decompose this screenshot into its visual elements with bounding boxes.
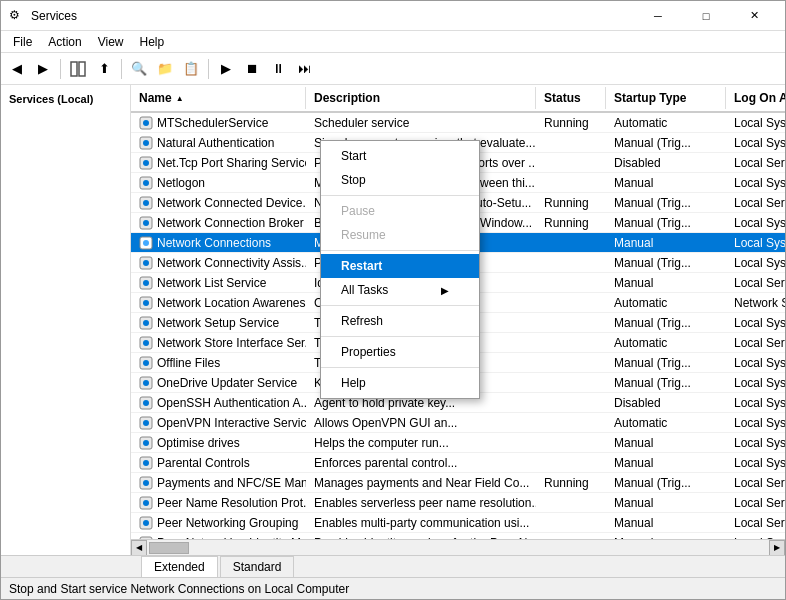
table-row[interactable]: MTSchedulerService Scheduler service Run… (131, 113, 785, 133)
cell-startup: Manual (Trig... (606, 194, 726, 212)
context-menu-separator (321, 367, 479, 368)
toolbar-separator-2 (121, 59, 122, 79)
cell-status (536, 301, 606, 305)
service-icon (139, 416, 153, 430)
cell-status (536, 321, 606, 325)
toolbar-separator-1 (60, 59, 61, 79)
cell-logon: Local Servic (726, 334, 785, 352)
menu-help[interactable]: Help (132, 33, 173, 51)
cell-desc: Enforces parental control... (306, 454, 536, 472)
submenu-arrow: ▶ (441, 285, 449, 296)
cell-logon: Local Servic (726, 474, 785, 492)
cell-status (536, 241, 606, 245)
cell-name: Network Connection Broker (131, 214, 306, 232)
col-name[interactable]: Name ▲ (131, 87, 306, 109)
scroll-right-button[interactable]: ▶ (769, 540, 785, 556)
cell-logon: Local Syste. (726, 114, 785, 132)
cell-startup: Manual (606, 174, 726, 192)
status-bar: Stop and Start service Network Connectio… (1, 577, 785, 599)
cell-status (536, 421, 606, 425)
table-row[interactable]: Peer Name Resolution Prot... Enables ser… (131, 493, 785, 513)
restart-service-button[interactable]: ⏭ (292, 57, 316, 81)
up-button[interactable]: ⬆ (92, 57, 116, 81)
tab-extended[interactable]: Extended (141, 556, 218, 578)
context-menu-item-stop[interactable]: Stop (321, 168, 479, 192)
cell-startup: Disabled (606, 394, 726, 412)
stop-service-button[interactable]: ⏹ (240, 57, 264, 81)
svg-point-41 (143, 500, 149, 506)
cell-startup: Manual (606, 274, 726, 292)
tab-standard[interactable]: Standard (220, 556, 295, 577)
service-icon (139, 296, 153, 310)
cell-logon: Local Syste. (726, 374, 785, 392)
svg-point-21 (143, 300, 149, 306)
table-row[interactable]: Optimise drives Helps the computer run..… (131, 433, 785, 453)
show-hide-button[interactable] (66, 57, 90, 81)
context-menu-item-start[interactable]: Start (321, 144, 479, 168)
cell-name: Payments and NFC/SE Man... (131, 474, 306, 492)
tabs-bar: Extended Standard (1, 555, 785, 577)
menu-view[interactable]: View (90, 33, 132, 51)
col-desc[interactable]: Description (306, 87, 536, 109)
scroll-left-button[interactable]: ◀ (131, 540, 147, 556)
cell-status (536, 501, 606, 505)
context-menu-item-help[interactable]: Help (321, 371, 479, 395)
cell-name: Network Location Awareness (131, 294, 306, 312)
scroll-thumb[interactable] (149, 542, 189, 554)
cm-item-label: All Tasks (341, 283, 388, 297)
cell-status: Running (536, 114, 606, 132)
cell-startup: Manual (Trig... (606, 314, 726, 332)
cell-status (536, 441, 606, 445)
context-menu-item-restart[interactable]: Restart (321, 254, 479, 278)
cell-status (536, 361, 606, 365)
cell-logon: Local Syste. (726, 394, 785, 412)
svg-point-43 (143, 520, 149, 526)
cell-startup: Manual (Trig... (606, 374, 726, 392)
back-button[interactable]: ◀ (5, 57, 29, 81)
context-menu-separator (321, 250, 479, 251)
window-controls: ─ □ ✕ (635, 1, 777, 31)
cell-startup: Manual (Trig... (606, 254, 726, 272)
cell-startup: Manual (Trig... (606, 354, 726, 372)
search-button[interactable]: 🔍 (127, 57, 151, 81)
context-menu-item-all-tasks[interactable]: All Tasks▶ (321, 278, 479, 302)
close-button[interactable]: ✕ (731, 1, 777, 31)
table-row[interactable]: OpenVPN Interactive Service Allows OpenV… (131, 413, 785, 433)
menu-action[interactable]: Action (40, 33, 89, 51)
main-window: ⚙ Services ─ □ ✕ File Action View Help ◀… (0, 0, 786, 600)
minimize-button[interactable]: ─ (635, 1, 681, 31)
table-row[interactable]: Parental Controls Enforces parental cont… (131, 453, 785, 473)
maximize-button[interactable]: □ (683, 1, 729, 31)
properties-button[interactable]: 📋 (179, 57, 203, 81)
folder-button[interactable]: 📁 (153, 57, 177, 81)
service-icon (139, 196, 153, 210)
svg-point-39 (143, 480, 149, 486)
col-startup[interactable]: Startup Type (606, 87, 726, 109)
cell-logon: Local Servic (726, 194, 785, 212)
cell-name: OneDrive Updater Service (131, 374, 306, 392)
forward-button[interactable]: ▶ (31, 57, 55, 81)
table-row[interactable]: Payments and NFC/SE Man... Manages payme… (131, 473, 785, 493)
cell-name: Peer Name Resolution Prot... (131, 494, 306, 512)
svg-point-37 (143, 460, 149, 466)
cell-logon: Local Servic (726, 494, 785, 512)
start-service-button[interactable]: ▶ (214, 57, 238, 81)
col-status[interactable]: Status (536, 87, 606, 109)
menu-file[interactable]: File (5, 33, 40, 51)
context-menu-item-refresh[interactable]: Refresh (321, 309, 479, 333)
toolbar-separator-3 (208, 59, 209, 79)
cell-startup: Manual (606, 454, 726, 472)
cell-startup: Manual (606, 514, 726, 532)
pause-service-button[interactable]: ⏸ (266, 57, 290, 81)
svg-point-13 (143, 220, 149, 226)
svg-point-35 (143, 440, 149, 446)
context-menu-item-properties[interactable]: Properties (321, 340, 479, 364)
scroll-track[interactable] (147, 540, 769, 556)
horizontal-scrollbar[interactable]: ◀ ▶ (131, 539, 785, 555)
context-menu: StartStopPauseResumeRestartAll Tasks▶Ref… (320, 140, 480, 399)
col-logon[interactable]: Log On As (726, 87, 785, 109)
cell-name: Offline Files (131, 354, 306, 372)
svg-point-25 (143, 340, 149, 346)
table-row[interactable]: Peer Networking Grouping Enables multi-p… (131, 513, 785, 533)
service-icon (139, 216, 153, 230)
